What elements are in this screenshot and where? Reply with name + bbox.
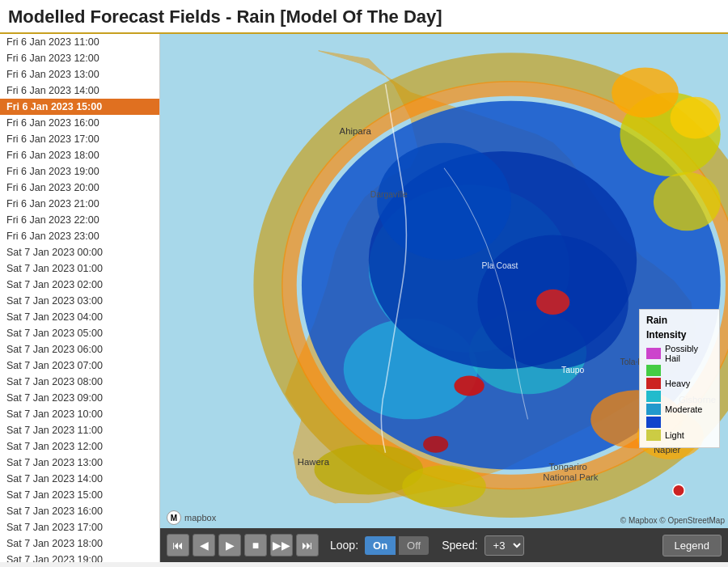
mapbox-credit: M mapbox: [167, 510, 216, 525]
page-title: Modelled Forecast Fields - Rain [Model O…: [0, 0, 728, 34]
osm-credit: © Mapbox © OpenStreetMap: [620, 516, 725, 525]
time-item[interactable]: Sat 7 Jan 2023 03:00: [0, 293, 159, 309]
legend-item-light: Light: [646, 429, 713, 441]
time-item[interactable]: Sat 7 Jan 2023 07:00: [0, 358, 159, 374]
loop-label: Loop:: [330, 539, 358, 552]
legend-color-hail: [646, 348, 661, 359]
time-item[interactable]: Sat 7 Jan 2023 00:00: [0, 244, 159, 260]
legend-item-blue: [646, 417, 713, 428]
legend-button[interactable]: Legend: [662, 535, 722, 556]
time-item[interactable]: Sat 7 Jan 2023 16:00: [0, 503, 159, 519]
map-area: Ahipara Dargaville Pla Coast Taupo Tonga…: [160, 34, 728, 528]
legend-color-blue: [646, 417, 661, 428]
time-item[interactable]: Fri 6 Jan 2023 23:00: [0, 228, 159, 244]
time-item[interactable]: Fri 6 Jan 2023 20:00: [0, 180, 159, 196]
loop-on-button[interactable]: On: [365, 536, 396, 555]
time-item[interactable]: Sat 7 Jan 2023 11:00: [0, 422, 159, 438]
svg-point-33: [673, 484, 684, 496]
legend-subtitle: Intensity: [646, 329, 713, 341]
time-sidebar[interactable]: Fri 6 Jan 2023 11:00Fri 6 Jan 2023 12:00…: [0, 34, 160, 562]
legend-color-moderate: [646, 404, 661, 415]
svg-text:Hawera: Hawera: [298, 457, 330, 467]
time-item[interactable]: Sat 7 Jan 2023 06:00: [0, 341, 159, 358]
time-item[interactable]: Fri 6 Jan 2023 16:00: [0, 115, 159, 131]
time-item[interactable]: Sat 7 Jan 2023 02:00: [0, 277, 159, 293]
stop-button[interactable]: ■: [244, 534, 267, 556]
time-item[interactable]: Sat 7 Jan 2023 12:00: [0, 438, 159, 455]
legend-item-cyan: [646, 391, 713, 402]
loop-off-button[interactable]: Off: [399, 536, 429, 555]
svg-point-8: [377, 143, 511, 260]
time-item[interactable]: Sat 7 Jan 2023 19:00: [0, 552, 159, 562]
time-item[interactable]: Fri 6 Jan 2023 18:00: [0, 147, 159, 163]
legend-color-green: [646, 365, 661, 376]
svg-point-18: [536, 290, 569, 315]
svg-text:Tongariro: Tongariro: [548, 462, 586, 472]
mapbox-text: mapbox: [184, 513, 216, 523]
time-item[interactable]: Sat 7 Jan 2023 17:00: [0, 519, 159, 535]
time-item[interactable]: Fri 6 Jan 2023 15:00: [0, 99, 159, 115]
legend-box: Rain Intensity PossiblyHail Heavy: [639, 309, 720, 448]
svg-text:Ahipara: Ahipara: [340, 126, 372, 136]
speed-select[interactable]: -3 -2 -1 0 +1 +2 +3: [485, 535, 524, 556]
legend-label-heavy: Heavy: [665, 379, 690, 388]
time-item[interactable]: Fri 6 Jan 2023 22:00: [0, 212, 159, 228]
time-item[interactable]: Fri 6 Jan 2023 12:00: [0, 50, 159, 66]
legend-item-green: [646, 365, 713, 376]
svg-point-19: [454, 376, 484, 396]
legend-label-light: Light: [665, 430, 684, 440]
svg-point-13: [654, 172, 721, 231]
legend-color-heavy: [646, 378, 661, 389]
legend-item-hail: PossiblyHail: [646, 344, 713, 363]
svg-text:National Park: National Park: [543, 472, 599, 482]
time-item[interactable]: Sat 7 Jan 2023 08:00: [0, 374, 159, 390]
svg-text:Taupo: Taupo: [561, 366, 584, 374]
time-item[interactable]: Sat 7 Jan 2023 13:00: [0, 455, 159, 471]
legend-label-moderate: Moderate: [665, 404, 702, 414]
controls-bar: ⏮ ◀ ▶ ■ ▶▶ ⏭ Loop: On Off Speed: -3 -2 -…: [160, 528, 728, 562]
skip-back-button[interactable]: ⏮: [167, 534, 189, 556]
map-svg: Ahipara Dargaville Pla Coast Taupo Tonga…: [160, 34, 728, 528]
time-item[interactable]: Sat 7 Jan 2023 14:00: [0, 471, 159, 487]
time-item[interactable]: Fri 6 Jan 2023 19:00: [0, 163, 159, 180]
skip-fwd-button[interactable]: ⏭: [296, 534, 319, 556]
svg-text:Dargaville: Dargaville: [370, 190, 408, 199]
time-item[interactable]: Fri 6 Jan 2023 11:00: [0, 34, 159, 50]
time-item[interactable]: Sat 7 Jan 2023 10:00: [0, 406, 159, 422]
time-item[interactable]: Fri 6 Jan 2023 21:00: [0, 196, 159, 212]
time-item[interactable]: Fri 6 Jan 2023 14:00: [0, 83, 159, 99]
prev-button[interactable]: ◀: [193, 534, 215, 556]
svg-point-20: [423, 436, 448, 453]
time-item[interactable]: Sat 7 Jan 2023 04:00: [0, 309, 159, 325]
svg-point-21: [612, 67, 679, 117]
legend-title: Rain: [646, 315, 713, 326]
time-item[interactable]: Sat 7 Jan 2023 15:00: [0, 487, 159, 503]
mapbox-logo-icon: M: [167, 510, 181, 525]
time-item[interactable]: Fri 6 Jan 2023 17:00: [0, 131, 159, 147]
time-item[interactable]: Sat 7 Jan 2023 01:00: [0, 260, 159, 277]
svg-point-15: [402, 465, 486, 507]
legend-color-cyan: [646, 391, 661, 402]
legend-item-moderate: Moderate: [646, 404, 713, 415]
time-item[interactable]: Sat 7 Jan 2023 18:00: [0, 535, 159, 552]
time-item[interactable]: Fri 6 Jan 2023 13:00: [0, 66, 159, 83]
map-container: Ahipara Dargaville Pla Coast Taupo Tonga…: [160, 34, 728, 562]
legend-label-hail: PossiblyHail: [665, 344, 698, 363]
svg-text:Pla Coast: Pla Coast: [482, 261, 518, 270]
speed-label: Speed:: [442, 539, 477, 552]
play-button[interactable]: ▶: [218, 534, 241, 556]
svg-point-22: [671, 97, 721, 139]
time-item[interactable]: Sat 7 Jan 2023 09:00: [0, 390, 159, 406]
next-button[interactable]: ▶▶: [270, 534, 293, 556]
time-item[interactable]: Sat 7 Jan 2023 05:00: [0, 325, 159, 341]
legend-color-light: [646, 429, 661, 441]
legend-item-heavy: Heavy: [646, 378, 713, 389]
